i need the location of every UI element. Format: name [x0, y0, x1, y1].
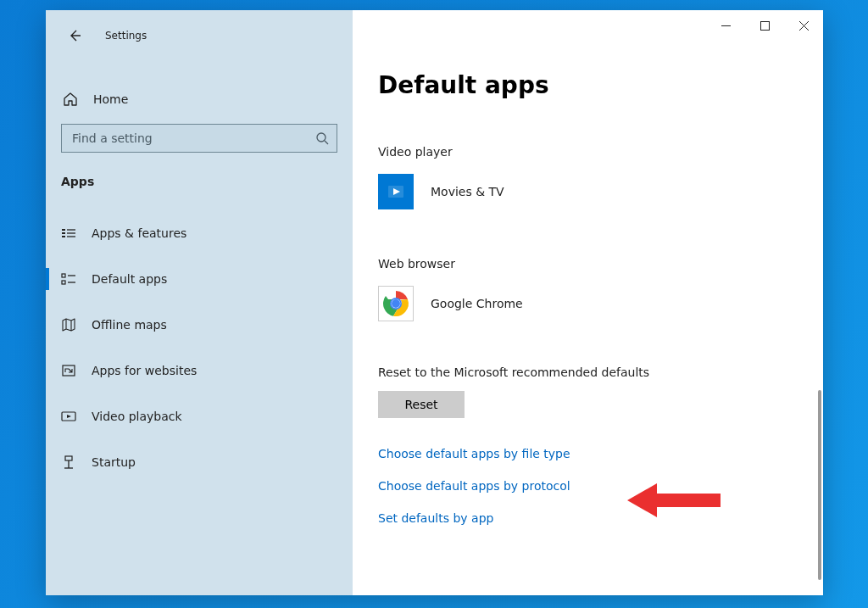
- svg-rect-18: [760, 21, 769, 30]
- apps-websites-icon: [61, 363, 76, 378]
- nav-offline-maps[interactable]: Offline maps: [46, 302, 353, 348]
- home-icon: [63, 92, 78, 107]
- nav-video-playback[interactable]: Video playback: [46, 393, 353, 439]
- svg-rect-9: [62, 281, 65, 284]
- content-pane: Default apps Video player Movies & TV We…: [353, 10, 823, 595]
- close-button[interactable]: [784, 10, 823, 41]
- link-by-app[interactable]: Set defaults by app: [378, 511, 493, 525]
- video-player-choice[interactable]: Movies & TV: [378, 172, 798, 211]
- chrome-icon: [378, 286, 414, 321]
- close-icon: [799, 21, 809, 31]
- svg-rect-2: [62, 229, 65, 231]
- maximize-icon: [760, 21, 770, 31]
- home-label: Home: [93, 92, 128, 106]
- svg-rect-3: [62, 232, 65, 234]
- nav-apps-features[interactable]: Apps & features: [46, 210, 353, 256]
- reset-label: Reset to the Microsoft recommended defau…: [378, 365, 798, 379]
- svg-rect-8: [62, 274, 65, 277]
- nav-default-apps[interactable]: Default apps: [46, 256, 353, 302]
- links-section: Choose default apps by file type Choose …: [378, 447, 798, 525]
- movies-tv-icon: [378, 174, 414, 209]
- page-title: Default apps: [378, 71, 798, 99]
- svg-rect-12: [63, 365, 75, 376]
- startup-icon: [61, 455, 76, 470]
- back-arrow-icon: [68, 29, 81, 42]
- nav-list: Apps & features Default apps Offline map…: [46, 210, 353, 485]
- nav-label: Default apps: [92, 272, 167, 286]
- reset-button[interactable]: Reset: [378, 391, 465, 418]
- titlebar-left: Settings: [46, 22, 353, 49]
- reset-section: Reset to the Microsoft recommended defau…: [378, 365, 798, 418]
- minimize-button[interactable]: [706, 10, 745, 41]
- svg-rect-14: [65, 456, 72, 460]
- video-player-app-name: Movies & TV: [431, 185, 504, 198]
- link-by-protocol[interactable]: Choose default apps by protocol: [378, 479, 570, 493]
- nav-label: Startup: [92, 455, 136, 469]
- settings-window: Settings Home Apps Apps & features: [46, 10, 823, 595]
- web-browser-group: Web browser Google Chrome: [378, 257, 798, 323]
- home-nav[interactable]: Home: [46, 81, 353, 117]
- window-controls: [706, 10, 823, 41]
- video-player-group: Video player Movies & TV: [378, 145, 798, 211]
- search-container: [61, 124, 337, 153]
- app-title: Settings: [105, 30, 147, 42]
- minimize-icon: [721, 21, 731, 31]
- nav-label: Offline maps: [92, 318, 167, 332]
- web-browser-label: Web browser: [378, 257, 798, 271]
- nav-label: Apps & features: [92, 226, 186, 240]
- section-header: Apps: [46, 153, 353, 195]
- back-button[interactable]: [66, 27, 83, 44]
- link-by-file-type[interactable]: Choose default apps by file type: [378, 447, 570, 460]
- apps-features-icon: [61, 226, 76, 241]
- svg-rect-4: [62, 236, 65, 237]
- nav-startup[interactable]: Startup: [46, 439, 353, 485]
- nav-label: Apps for websites: [92, 364, 197, 377]
- nav-label: Video playback: [92, 410, 182, 423]
- web-browser-app-name: Google Chrome: [431, 297, 523, 310]
- video-playback-icon: [61, 409, 76, 424]
- video-player-label: Video player: [378, 145, 798, 159]
- default-apps-icon: [61, 271, 76, 287]
- scrollbar-thumb[interactable]: [818, 390, 821, 580]
- sidebar: Settings Home Apps Apps & features: [46, 10, 353, 595]
- maximize-button[interactable]: [745, 10, 784, 41]
- web-browser-choice[interactable]: Google Chrome: [378, 284, 798, 323]
- svg-point-25: [392, 299, 400, 308]
- search-input[interactable]: [61, 124, 337, 153]
- nav-apps-websites[interactable]: Apps for websites: [46, 348, 353, 393]
- offline-maps-icon: [61, 317, 76, 332]
